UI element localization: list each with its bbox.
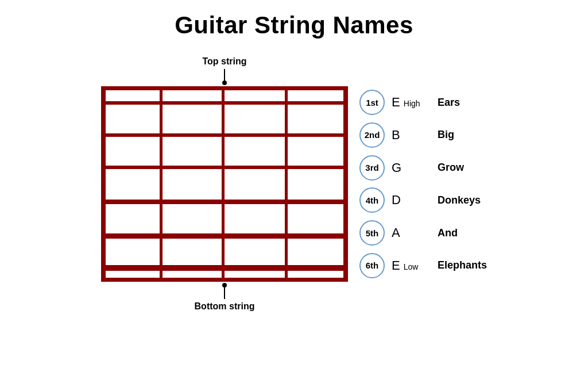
- string-labels: 1stE HighEars2ndB Big3rdG Grow4thD Donke…: [359, 86, 487, 282]
- string-line-5: [101, 233, 348, 239]
- top-string-label: Top string: [202, 56, 246, 67]
- string-line-1: [101, 101, 348, 105]
- string-mnemonic-6: Elephants: [438, 259, 487, 271]
- top-arrow-dot: [222, 80, 227, 85]
- string-number-circle-6: 6th: [359, 253, 385, 278]
- fretboard-top-border: [101, 86, 348, 90]
- fret-border-right: [343, 86, 348, 282]
- string-mnemonic-3: Grow: [438, 162, 464, 174]
- string-label-row-1: 1stE HighEars: [359, 86, 487, 118]
- string-mnemonic-4: Donkeys: [438, 194, 481, 206]
- top-arrow-line: [224, 69, 225, 80]
- page-title: Guitar String Names: [175, 12, 413, 39]
- string-note-6: E Low: [392, 258, 438, 273]
- string-label-row-2: 2ndB Big: [359, 119, 487, 151]
- string-number-circle-3: 3rd: [359, 155, 385, 181]
- string-label-row-6: 6thE LowElephants: [359, 250, 487, 282]
- fretboard-bottom-border: [101, 278, 348, 282]
- bottom-arrow-line: [224, 288, 225, 299]
- string-label-row-4: 4thD Donkeys: [359, 184, 487, 216]
- string-number-circle-4: 4th: [359, 187, 385, 213]
- string-note-4: D: [392, 193, 438, 208]
- diagram-area: Top string: [101, 56, 487, 312]
- string-number-circle-1: 1st: [359, 90, 385, 115]
- string-mnemonic-1: Ears: [438, 97, 460, 109]
- string-line-4: [101, 200, 348, 204]
- top-arrow: [222, 69, 227, 85]
- string-number-circle-5: 5th: [359, 220, 385, 246]
- string-line-2: [101, 133, 348, 137]
- string-line-3: [101, 166, 348, 169]
- fret-line-3: [285, 86, 288, 282]
- string-mnemonic-5: And: [438, 227, 458, 239]
- string-number-circle-2: 2nd: [359, 122, 385, 148]
- bottom-arrow: [222, 283, 227, 299]
- string-line-6: [101, 265, 348, 271]
- fret-line-2: [222, 86, 225, 282]
- bottom-arrow-dot: [222, 283, 227, 288]
- fretboard-container: Top string: [101, 56, 348, 312]
- string-note-2: B: [392, 128, 438, 143]
- fret-border-left: [101, 86, 106, 282]
- string-label-row-3: 3rdG Grow: [359, 152, 487, 184]
- string-label-row-5: 5thA And: [359, 217, 487, 249]
- fretboard: [101, 86, 348, 282]
- fret-line-1: [160, 86, 163, 282]
- string-note-1: E High: [392, 95, 438, 110]
- bottom-string-label: Bottom string: [195, 301, 255, 312]
- string-note-3: G: [392, 160, 438, 175]
- string-mnemonic-2: Big: [438, 129, 454, 141]
- string-note-5: A: [392, 225, 438, 240]
